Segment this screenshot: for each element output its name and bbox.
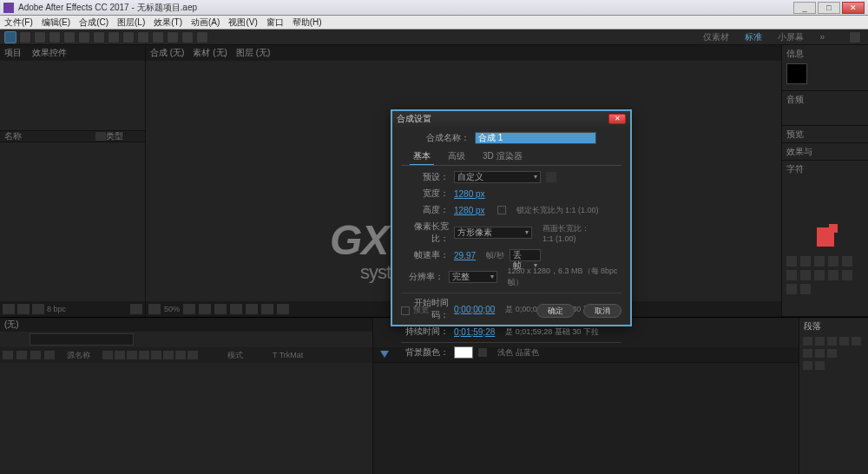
audio-panel-header[interactable]: 音频 [786, 94, 864, 106]
tab-comp-viewer[interactable]: 合成 (无) [150, 47, 184, 59]
height-input[interactable]: 1280 px [454, 206, 485, 215]
ok-button[interactable]: 确定 [536, 304, 575, 318]
effects-panel-header[interactable]: 效果与 [786, 146, 864, 158]
lock-aspect-checkbox[interactable] [497, 206, 506, 214]
rotate-tool-icon[interactable] [49, 31, 61, 43]
brush-tool-icon[interactable] [137, 31, 149, 43]
char-opt-icon[interactable] [814, 256, 825, 267]
justify-icon[interactable] [852, 337, 861, 346]
tab-3d-renderer[interactable]: 3D 渲染器 [479, 148, 526, 165]
menu-effect[interactable]: 效果(T) [154, 16, 182, 29]
grid-icon[interactable] [199, 304, 211, 314]
menu-layer[interactable]: 图层(L) [117, 16, 145, 29]
col-mode[interactable]: 模式 [227, 350, 243, 361]
magnification-icon[interactable] [148, 304, 161, 314]
preview-checkbox[interactable] [401, 306, 410, 315]
tab-footage-viewer[interactable]: 素材 (无) [193, 47, 227, 59]
col-source-name[interactable]: 源名称 [67, 350, 90, 361]
col-trkmat[interactable]: T TrkMat [273, 351, 303, 359]
bgcolor-swatch[interactable] [454, 346, 473, 359]
menu-help[interactable]: 帮助(H) [293, 16, 322, 29]
duration-input[interactable]: 0;01;59;28 [454, 327, 495, 337]
new-folder-icon[interactable] [17, 304, 30, 314]
delete-icon[interactable] [130, 304, 142, 314]
delete-preset-icon[interactable] [546, 172, 556, 182]
preset-dropdown[interactable]: 自定义 [454, 171, 541, 183]
preview-panel-header[interactable]: 预览 [786, 128, 864, 141]
eraser-tool-icon[interactable] [167, 31, 179, 43]
dialog-titlebar[interactable]: 合成设置 ✕ [392, 111, 630, 127]
selection-tool-icon[interactable] [4, 31, 16, 43]
space-icon[interactable] [815, 361, 825, 370]
new-comp-icon[interactable] [32, 304, 44, 314]
indent-icon[interactable] [803, 349, 812, 358]
workspace-standard[interactable]: 标准 [745, 31, 762, 43]
align-center-icon[interactable] [815, 337, 825, 346]
zoom-tool-icon[interactable] [34, 31, 46, 43]
switch-icon[interactable] [163, 351, 174, 359]
switch-icon[interactable] [187, 351, 198, 359]
menu-window[interactable]: 窗口 [266, 16, 284, 29]
puppet-tool-icon[interactable] [196, 31, 208, 43]
tab-layer-viewer[interactable]: 图层 (无) [236, 47, 270, 59]
switch-icon[interactable] [139, 351, 149, 359]
justify-icon[interactable] [839, 337, 849, 346]
char-opt-icon[interactable] [800, 256, 811, 267]
interpret-footage-icon[interactable] [3, 304, 15, 314]
eyedropper-icon[interactable] [478, 348, 487, 357]
pan-behind-tool-icon[interactable] [78, 31, 90, 43]
mask-icon[interactable] [214, 304, 227, 314]
workspace-essentials[interactable]: 仅素材 [703, 31, 729, 43]
char-opt-icon[interactable] [786, 284, 797, 294]
character-panel-header[interactable]: 字符 [786, 163, 864, 175]
tab-basic[interactable]: 基本 [410, 148, 434, 165]
char-opt-icon[interactable] [842, 270, 852, 280]
text-tool-icon[interactable] [122, 31, 135, 43]
indent-icon[interactable] [827, 349, 837, 358]
comp-name-input[interactable] [475, 132, 596, 144]
indent-icon[interactable] [815, 349, 825, 358]
align-right-icon[interactable] [827, 337, 837, 346]
region-icon[interactable] [230, 304, 242, 314]
shape-tool-icon[interactable] [93, 31, 105, 43]
paragraph-panel-header[interactable]: 段落 [799, 318, 868, 335]
hand-tool-icon[interactable] [19, 31, 31, 43]
pen-tool-icon[interactable] [108, 31, 120, 43]
char-opt-icon[interactable] [786, 256, 797, 267]
snapshot-icon[interactable] [277, 304, 289, 314]
roto-tool-icon[interactable] [181, 31, 194, 43]
playhead-icon[interactable] [380, 351, 389, 358]
dropframe-dropdown[interactable]: 丢帧 [510, 249, 541, 261]
menu-composition[interactable]: 合成(C) [79, 16, 108, 29]
align-left-icon[interactable] [803, 337, 812, 346]
cancel-button[interactable]: 取消 [583, 304, 621, 318]
channel-icon[interactable] [246, 304, 258, 314]
switch-icon[interactable] [102, 351, 113, 359]
char-opt-icon[interactable] [814, 270, 825, 280]
timeline-tab[interactable]: (无) [4, 319, 19, 331]
workspace-small[interactable]: 小屏幕 [778, 31, 804, 43]
maximize-button[interactable]: □ [818, 2, 840, 14]
magnification-value[interactable]: 50% [164, 305, 180, 313]
minimize-button[interactable]: _ [793, 2, 816, 14]
tab-effect-controls[interactable]: 效果控件 [32, 47, 67, 59]
col-type[interactable]: 类型 [106, 130, 141, 142]
resolution-dropdown[interactable]: 完整 [449, 271, 497, 283]
char-opt-icon[interactable] [786, 270, 797, 280]
col-label-icon[interactable] [95, 132, 106, 141]
par-dropdown[interactable]: 方形像素 [454, 227, 532, 239]
close-button[interactable]: ✕ [842, 2, 865, 14]
col-name[interactable]: 名称 [4, 130, 95, 142]
switch-icon[interactable] [151, 351, 161, 359]
bpc-indicator[interactable]: 8 bpc [47, 305, 66, 313]
switch-icon[interactable] [175, 351, 186, 359]
menu-file[interactable]: 文件(F) [4, 16, 33, 29]
menu-edit[interactable]: 编辑(E) [42, 16, 70, 29]
av-toggle-icon[interactable] [3, 351, 13, 359]
char-opt-icon[interactable] [800, 270, 811, 280]
timeline-search-input[interactable] [30, 333, 134, 346]
solo-toggle-icon[interactable] [16, 351, 27, 359]
switch-icon[interactable] [115, 351, 125, 359]
char-opt-icon[interactable] [800, 284, 811, 294]
dialog-close-button[interactable]: ✕ [608, 114, 626, 124]
